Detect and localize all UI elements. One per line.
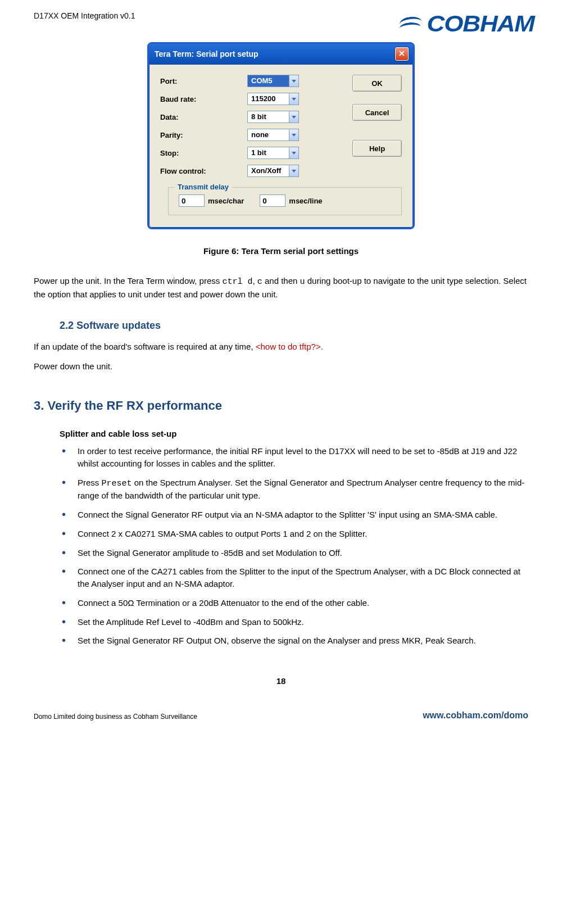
page-header: D17XX OEM Integration v0.1 COBHAM bbox=[34, 11, 528, 37]
data-select[interactable]: 8 bit bbox=[247, 111, 299, 123]
paragraph-boot: Power up the unit. In the Tera Term wind… bbox=[34, 275, 528, 301]
page-footer: Domo Limited doing business as Cobham Su… bbox=[0, 697, 562, 730]
list-item: Set the Signal Generator amplitude to -8… bbox=[60, 547, 528, 566]
footer-left: Domo Limited doing business as Cobham Su… bbox=[34, 713, 197, 721]
flow-label: Flow control: bbox=[160, 167, 247, 175]
dialog-title: Tera Term: Serial port setup bbox=[155, 49, 259, 58]
port-label: Port: bbox=[160, 77, 247, 85]
list-item: Connect a 50Ω Termination or a 20dB Atte… bbox=[60, 597, 528, 616]
msec-line-label: msec/line bbox=[289, 197, 322, 205]
list-item: Set the Signal Generator RF Output ON, o… bbox=[60, 635, 528, 654]
chevron-down-icon[interactable] bbox=[289, 165, 299, 177]
cobham-logo: COBHAM bbox=[400, 11, 534, 37]
heading-2-2: 2.2 Software updates bbox=[60, 320, 528, 332]
page-number: 18 bbox=[34, 676, 528, 686]
port-select[interactable]: COM5 bbox=[247, 75, 299, 87]
close-icon[interactable]: ✕ bbox=[395, 47, 409, 61]
document-title: D17XX OEM Integration v0.1 bbox=[34, 11, 135, 20]
ok-button[interactable]: OK bbox=[352, 75, 402, 92]
paragraph-tftp: If an update of the board's software is … bbox=[34, 341, 528, 353]
list-item: In order to test receive performance, th… bbox=[60, 445, 528, 477]
cancel-button[interactable]: Cancel bbox=[352, 104, 402, 121]
chevron-down-icon[interactable] bbox=[289, 129, 299, 141]
chevron-down-icon[interactable] bbox=[289, 93, 299, 105]
figure-caption: Figure 6: Tera Term serial port settings bbox=[34, 246, 528, 256]
tera-term-dialog: Tera Term: Serial port setup ✕ OK Cancel… bbox=[147, 42, 415, 229]
baud-select[interactable]: 115200 bbox=[247, 93, 299, 105]
heading-3: 3. Verify the RF RX performance bbox=[34, 398, 528, 413]
help-button[interactable]: Help bbox=[352, 140, 402, 157]
msec-char-input[interactable] bbox=[179, 194, 205, 207]
heading-splitter: Splitter and cable loss set-up bbox=[60, 429, 528, 438]
dialog-titlebar[interactable]: Tera Term: Serial port setup ✕ bbox=[149, 44, 413, 65]
flow-select[interactable]: Xon/Xoff bbox=[247, 165, 299, 177]
list-item: Set the Amplitude Ref Level to -40dBm an… bbox=[60, 616, 528, 635]
logo-swoosh-icon bbox=[400, 17, 424, 34]
stop-label: Stop: bbox=[160, 149, 247, 157]
footer-link[interactable]: www.cobham.com/domo bbox=[423, 710, 528, 721]
baud-label: Baud rate: bbox=[160, 95, 247, 103]
bullet-list: In order to test receive performance, th… bbox=[60, 445, 528, 654]
paragraph-powerdown: Power down the unit. bbox=[34, 360, 528, 373]
parity-label: Parity: bbox=[160, 131, 247, 139]
list-item: Connect the Signal Generator RF output v… bbox=[60, 509, 528, 528]
data-label: Data: bbox=[160, 113, 247, 121]
list-item: Press Preset on the Spectrum Analyser. S… bbox=[60, 477, 528, 509]
transmit-delay-legend: Transmit delay bbox=[174, 183, 232, 191]
list-item: Connect one of the CA271 cables from the… bbox=[60, 565, 528, 597]
chevron-down-icon[interactable] bbox=[289, 147, 299, 159]
parity-select[interactable]: none bbox=[247, 129, 299, 141]
chevron-down-icon[interactable] bbox=[289, 75, 299, 87]
msec-char-label: msec/char bbox=[208, 197, 244, 205]
chevron-down-icon[interactable] bbox=[289, 111, 299, 123]
stop-select[interactable]: 1 bit bbox=[247, 147, 299, 159]
transmit-delay-group: Transmit delay msec/char msec/line bbox=[168, 187, 402, 215]
msec-line-input[interactable] bbox=[260, 194, 285, 207]
list-item: Connect 2 x CA0271 SMA-SMA cables to out… bbox=[60, 528, 528, 547]
